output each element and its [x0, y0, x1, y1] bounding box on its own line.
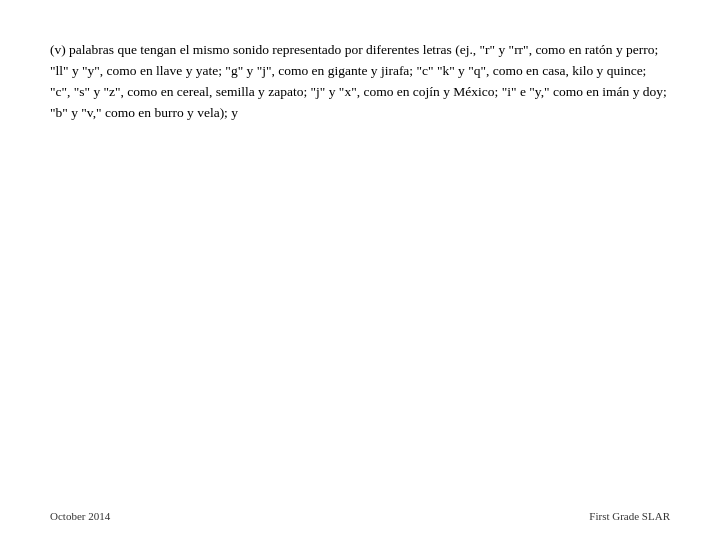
page-content: (v) palabras que tengan el mismo sonido …	[0, 0, 720, 540]
footer-title: First Grade SLAR	[589, 510, 670, 522]
footer-date: October 2014	[50, 510, 110, 522]
footer: October 2014 First Grade SLAR	[0, 510, 720, 522]
main-paragraph: (v) palabras que tengan el mismo sonido …	[50, 40, 670, 124]
